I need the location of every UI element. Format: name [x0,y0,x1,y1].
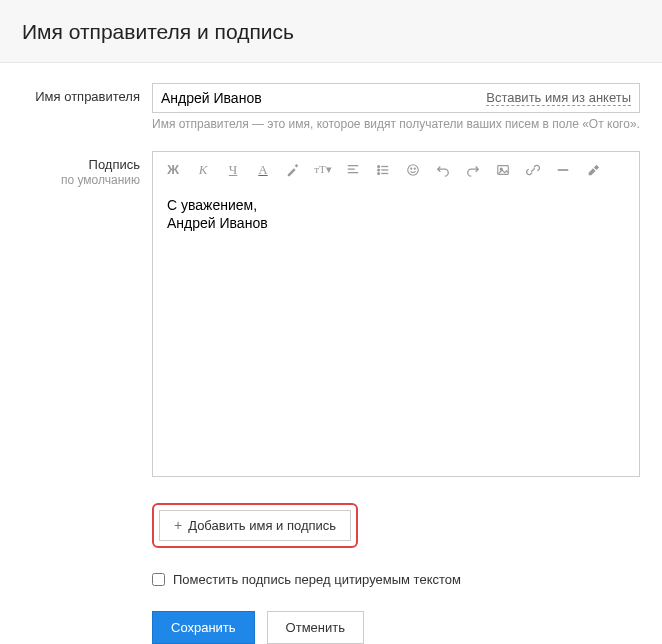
place-before-quote-checkbox[interactable] [152,573,165,586]
signature-label: Подпись по умолчанию [22,151,152,477]
signature-editor: Ж К Ч A тТ▾ [152,151,640,477]
sender-name-field-wrap: Вставить имя из анкеты [152,83,640,113]
place-before-quote-label: Поместить подпись перед цитируемым текст… [173,572,461,587]
italic-icon[interactable]: К [195,162,211,178]
add-button-highlight: + Добавить имя и подпись [152,503,358,548]
add-name-signature-button[interactable]: + Добавить имя и подпись [159,510,351,541]
sender-name-hint: Имя отправителя — это имя, которое видят… [152,117,640,133]
cancel-button[interactable]: Отменить [267,611,364,644]
clear-format-icon[interactable] [585,162,601,178]
image-icon[interactable] [495,162,511,178]
editor-toolbar: Ж К Ч A тТ▾ [153,152,639,186]
add-signature-row: + Добавить имя и подпись [152,503,640,548]
insert-name-link[interactable]: Вставить имя из анкеты [486,90,631,106]
form-actions: Сохранить Отменить [152,611,640,644]
page-header: Имя отправителя и подпись [0,0,662,63]
bold-icon[interactable]: Ж [165,162,181,178]
svg-point-3 [378,165,380,167]
svg-point-10 [411,168,412,169]
font-size-icon[interactable]: тТ▾ [315,162,331,178]
hr-icon[interactable] [555,162,571,178]
place-before-quote-row[interactable]: Поместить подпись перед цитируемым текст… [152,572,640,587]
sender-name-label: Имя отправителя [22,83,152,133]
list-icon[interactable] [375,162,391,178]
link-icon[interactable] [525,162,541,178]
undo-icon[interactable] [435,162,451,178]
emoji-icon[interactable] [405,162,421,178]
page-title: Имя отправителя и подпись [22,20,640,44]
align-icon[interactable] [345,162,361,178]
underline-icon[interactable]: Ч [225,162,241,178]
bg-color-icon[interactable] [285,162,301,178]
save-button[interactable]: Сохранить [152,611,255,644]
settings-form: Имя отправителя Вставить имя из анкеты И… [0,63,662,644]
signature-textarea[interactable]: С уважением, Андрей Иванов [153,186,639,476]
sender-name-row: Имя отправителя Вставить имя из анкеты И… [22,83,640,133]
svg-point-11 [414,168,415,169]
svg-point-5 [378,169,380,171]
signature-row: Подпись по умолчанию Ж К Ч A тТ▾ [22,151,640,477]
svg-point-9 [408,164,419,175]
plus-icon: + [174,518,182,532]
svg-point-7 [378,172,380,174]
redo-icon[interactable] [465,162,481,178]
sender-name-input[interactable] [161,90,478,106]
text-color-icon[interactable]: A [255,162,271,178]
